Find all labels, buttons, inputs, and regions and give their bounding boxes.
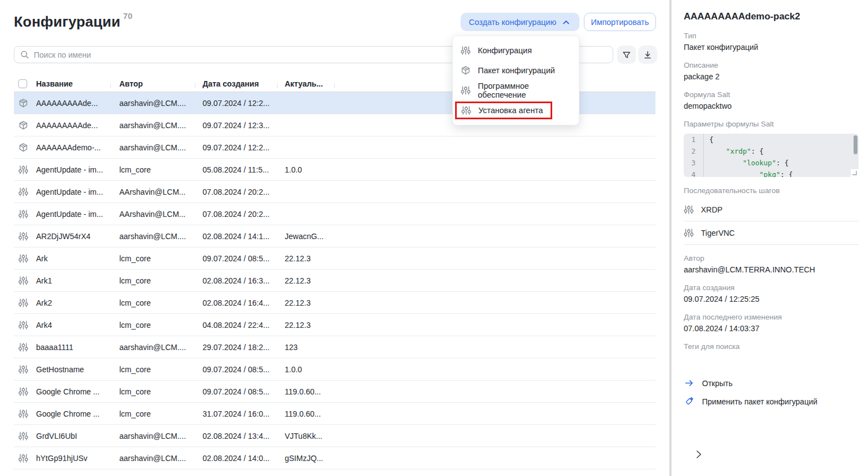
row-author: aarshavin@LCM.... <box>111 143 195 152</box>
configurations-page: Конфигурации70 Создать конфигурацию Импо… <box>0 0 868 476</box>
code-scrollbar-thumb[interactable] <box>854 135 857 154</box>
row-name: hYtGp91hjUSv <box>36 454 111 463</box>
sliders-icon <box>18 387 28 397</box>
table-row[interactable]: AgentUpdate - im... AArshavin@LCM... 07.… <box>14 203 655 225</box>
row-name: Ark2 <box>36 298 111 307</box>
table-row[interactable]: Google Chrome ... lcm_core 31.07.2024 / … <box>14 403 655 425</box>
column-header-name[interactable]: Название <box>36 79 111 88</box>
step-item[interactable]: TigerVNC <box>684 221 859 245</box>
table-body: AAAAAAAAAde... aarshavin@LCM.... 09.07.2… <box>14 92 655 469</box>
import-button[interactable]: Импортировать <box>584 13 656 31</box>
menu-item-label: Пакет конфигураций <box>478 66 555 75</box>
sliders-icon <box>461 85 471 95</box>
code-resize-handle[interactable] <box>851 169 859 177</box>
row-actual-version: 22.12.3 <box>277 254 335 263</box>
menu-item-label: Конфигурация <box>478 46 532 55</box>
row-created-date: 09.07.2024 / 12:2... <box>195 99 277 108</box>
details-title: AAAAAAAAAdemo-pack2 <box>684 11 859 22</box>
menu-item[interactable]: Программное обеспечение <box>453 80 579 100</box>
page-title: Конфигурации70 <box>14 11 133 31</box>
row-actual-version: 119.0.60... <box>277 387 335 396</box>
row-actual-version: VJTu8Kk... <box>277 432 335 440</box>
row-name: AAAAAAAdemo-... <box>36 143 111 152</box>
menu-item[interactable]: Пакет конфигураций <box>453 60 579 80</box>
menu-item-content: Пакет конфигураций <box>461 65 555 75</box>
modified-value: 07.08.2024 / 14:03:37 <box>684 324 859 333</box>
filter-button[interactable] <box>617 45 636 64</box>
sliders-icon <box>18 453 28 463</box>
row-name: AgentUpdate - im... <box>36 188 111 196</box>
panel-action-label: Открыть <box>702 379 733 388</box>
sliders-icon <box>461 105 471 115</box>
select-all-checkbox[interactable] <box>18 79 27 88</box>
create-configuration-label: Создать конфигурацию <box>469 18 557 27</box>
package-icon <box>18 120 28 130</box>
row-author: aarshavin@LCM.... <box>111 432 195 440</box>
sliders-icon <box>18 409 28 419</box>
code-line-number: 2 <box>684 145 704 157</box>
collapse-panel-button[interactable] <box>692 447 706 462</box>
steps-label: Последовательность шагов <box>684 186 859 195</box>
step-item[interactable]: XRDP <box>684 198 859 221</box>
row-author: lcm_core <box>111 321 195 330</box>
salt-params-code-block[interactable]: 1 { 2 "xrdp": { 3 "lookup": { 4 <box>684 134 859 177</box>
table-row[interactable]: Ark lcm_core 09.07.2024 / 08:5... 22.12.… <box>14 247 655 270</box>
sliders-icon <box>18 231 28 241</box>
row-actual-version: 119.0.60... <box>277 409 335 418</box>
flash-drive-icon <box>684 396 694 407</box>
row-name: Google Chrome ... <box>36 387 111 396</box>
funnel-icon <box>622 50 632 60</box>
table-row[interactable]: hYtGp91hjUSv aarshavin@LCM.... 02.08.202… <box>14 447 655 469</box>
chevron-up-icon <box>561 17 571 27</box>
table-row[interactable]: AR2DjJW54rX4 aarshavin@LCM.... 02.08.202… <box>14 225 655 247</box>
table-row[interactable]: GrdVLI6UbI aarshavin@LCM.... 02.08.2024 … <box>14 425 655 447</box>
row-created-date: 02.08.2024 / 14:0... <box>195 454 277 463</box>
code-line-number: 4 <box>684 169 704 177</box>
row-actual-version: 22.12.3 <box>277 298 335 307</box>
total-count-badge: 70 <box>123 11 133 21</box>
resize-corner-icon <box>851 169 857 176</box>
table-row[interactable]: baaaa1111 aarshavin@LCM.... 29.07.2024 /… <box>14 336 655 358</box>
sliders-icon <box>18 342 28 352</box>
table-row[interactable]: AAAAAAAdemo-... aarshavin@LCM.... 09.07.… <box>14 136 655 159</box>
menu-item[interactable]: Установка агента <box>453 100 579 120</box>
package-icon <box>18 143 28 153</box>
table-row[interactable]: Google Chrome ... lcm_core 09.07.2024 / … <box>14 381 655 403</box>
salt-formula-label: Формула Salt <box>684 90 859 99</box>
sliders-icon <box>18 320 28 330</box>
table-row[interactable]: Ark2 lcm_core 02.08.2024 / 16:4... 22.12… <box>14 292 655 314</box>
row-actual-version: gSIMzJQ... <box>277 454 335 463</box>
row-name: Google Chrome ... <box>36 409 111 418</box>
table-row[interactable]: Ark1 lcm_core 02.08.2024 / 16:3... 22.12… <box>14 270 655 292</box>
table-row[interactable]: AgentUpdate - im... lcm_core 05.08.2024 … <box>14 159 655 181</box>
panel-action[interactable]: Открыть <box>684 374 859 392</box>
code-json-key: "xrdp" <box>726 147 751 155</box>
row-actual-version: 1.0.0 <box>277 365 335 374</box>
row-created-date: 04.08.2024 / 22:4... <box>195 321 277 330</box>
sliders-icon <box>18 431 28 441</box>
code-json-key: "pkg" <box>759 170 780 177</box>
row-created-date: 07.08.2024 / 20:2... <box>195 210 277 219</box>
menu-item-content: Программное обеспечение <box>461 82 571 99</box>
table-row[interactable]: AgentUpdate - im... AArshavin@LCM... 07.… <box>14 181 655 203</box>
main-area: Конфигурации70 Создать конфигурацию Импо… <box>0 0 669 476</box>
row-created-date: 09.07.2024 / 12:3... <box>195 121 277 130</box>
author-value: aarshavin@LCM.TERRA.INNO.TECH <box>684 265 859 274</box>
column-header-created[interactable]: Дата создания <box>195 79 277 88</box>
created-value: 09.07.2024 / 12:25:25 <box>684 295 859 303</box>
row-created-date: 29.07.2024 / 18:2... <box>195 343 277 352</box>
column-header-actual[interactable]: Актуаль... <box>277 79 335 88</box>
create-configuration-button[interactable]: Создать конфигурацию <box>461 13 579 31</box>
table-row[interactable]: GetHostname lcm_core 09.07.2024 / 08:5..… <box>14 358 655 381</box>
row-actual-version: 123 <box>277 343 335 352</box>
sliders-icon <box>461 45 471 55</box>
table-row[interactable]: Ark4 lcm_core 04.08.2024 / 22:4... 22.12… <box>14 314 655 336</box>
row-author: lcm_core <box>111 165 195 174</box>
export-button[interactable] <box>638 45 657 64</box>
column-header-author[interactable]: Автор <box>111 79 195 88</box>
menu-item[interactable]: Конфигурация <box>453 40 579 60</box>
row-created-date: 05.08.2024 / 11:5... <box>195 165 277 174</box>
panel-action[interactable]: Применить пакет конфигураций <box>684 392 859 411</box>
row-name: baaaa1111 <box>36 343 111 352</box>
row-created-date: 09.07.2024 / 12:2... <box>195 143 277 152</box>
